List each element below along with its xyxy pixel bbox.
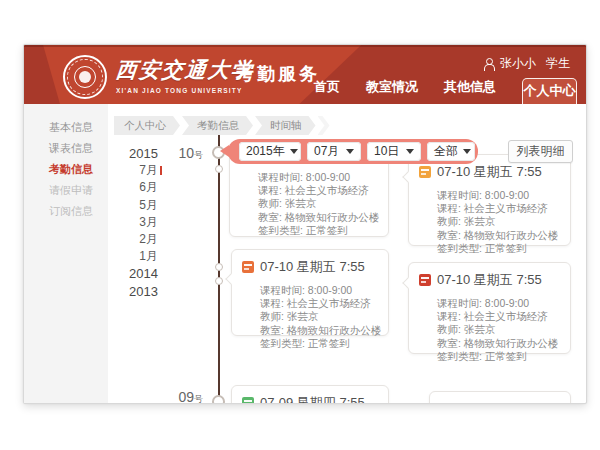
- caret-down-icon: [463, 149, 471, 154]
- university-name-en: XI'AN JIAO TONG UNIVERSITY: [116, 87, 254, 94]
- day-select[interactable]: 10日: [367, 142, 421, 161]
- breadcrumb-item-timeline[interactable]: 时间轴: [255, 116, 316, 135]
- attendance-type-icon: [419, 274, 431, 286]
- attendance-card: 07-10 星期五 7:55 课程时间: 8:00-9:00 课程: 社会主义市…: [408, 154, 571, 246]
- card-row: 课程时间: 8:00-9:00: [258, 171, 380, 184]
- card-row: 课程: 社会主义市场经济: [260, 297, 380, 310]
- breadcrumb-item-personal-center[interactable]: 个人中心: [114, 116, 180, 135]
- timeline-month-jun[interactable]: 6月: [108, 179, 158, 196]
- user-role: 学生: [546, 55, 570, 72]
- card-row: 签到类型: 正常签到: [258, 224, 380, 237]
- timeline-month-may[interactable]: 5月: [108, 197, 158, 214]
- card-row: 课程时间: 8:00-9:00: [437, 297, 562, 310]
- timeline-month-jan[interactable]: 1月: [108, 248, 158, 265]
- attendance-card: [429, 391, 571, 404]
- caret-down-icon: [346, 149, 354, 154]
- attendance-card: 07-09 星期四 7:55: [231, 385, 389, 404]
- timeline-node-small-1: [215, 165, 223, 173]
- card-row: 课程: 社会主义市场经济: [437, 310, 562, 323]
- breadcrumb-item-attendance-info[interactable]: 考勤信息: [182, 116, 253, 135]
- timeline-month-mar[interactable]: 3月: [108, 214, 158, 231]
- card-title: 07-10 星期五 7:55: [437, 271, 542, 289]
- sidebar-item-basic-info[interactable]: 基本信息: [24, 117, 108, 138]
- sidebar-item-subscription-info[interactable]: 订阅信息: [24, 201, 108, 222]
- day-marker-09: 09号: [163, 388, 203, 404]
- breadcrumb: 个人中心 考勤信息 时间轴: [114, 116, 332, 135]
- user-icon: [483, 58, 494, 70]
- card-row: 课程时间: 8:00-9:00: [260, 284, 380, 297]
- app-header: 西安交通大学 XI'AN JIAO TONG UNIVERSITY 考勤服务 张…: [24, 45, 586, 104]
- card-row: 签到类型: 正常签到: [437, 242, 562, 255]
- attendance-type-icon: [242, 261, 254, 273]
- sidebar: 基本信息 课表信息 考勤信息 请假申请 订阅信息: [24, 104, 108, 403]
- card-row: 签到类型: 正常签到: [437, 350, 562, 363]
- attendance-type-icon: [419, 166, 431, 178]
- user-info[interactable]: 张小小 学生: [483, 55, 570, 72]
- nav-tab-personal-center[interactable]: 个人中心: [522, 78, 577, 104]
- current-month-marker: [160, 166, 162, 175]
- attendance-type-icon: [242, 397, 254, 404]
- day-marker-10: 10号: [163, 144, 203, 162]
- card-row: 教师: 张芸京: [258, 197, 380, 210]
- timeline-year-2013[interactable]: 2013: [108, 283, 158, 300]
- sidebar-item-leave-request[interactable]: 请假申请: [24, 180, 108, 201]
- attendance-card: 07-10 星期五 7:55 课程时间: 8:00-9:00 课程: 社会主义市…: [408, 262, 571, 354]
- timeline-month-feb[interactable]: 2月: [108, 231, 158, 248]
- timeline-year-list: 2015 7月 6月 5月 3月 2月 1月 2014 2013: [108, 145, 158, 300]
- card-title: 07-10 星期五 7:55: [437, 163, 542, 181]
- timeline-node-small-2: [215, 263, 223, 271]
- card-row: 课程: 社会主义市场经济: [437, 202, 562, 215]
- card-row: 签到类型: 正常签到: [260, 337, 380, 350]
- card-row: 教室: 格物致知行政办公楼: [258, 211, 380, 224]
- card-row: 课程时间: 8:00-9:00: [437, 189, 562, 202]
- month-select[interactable]: 07月: [307, 142, 361, 161]
- university-name: 西安交通大学: [115, 56, 256, 84]
- breadcrumb-tail-chevron: [318, 116, 330, 135]
- nav-item-other-info[interactable]: 其他信息: [444, 78, 496, 104]
- card-row: 教室: 格物致知行政办公楼: [260, 324, 380, 337]
- sidebar-item-schedule-info[interactable]: 课表信息: [24, 138, 108, 159]
- nav-item-home[interactable]: 首页: [314, 78, 340, 104]
- card-row: 教师: 张芸京: [437, 323, 562, 336]
- timeline-year-2014[interactable]: 2014: [108, 265, 158, 282]
- card-row: 教室: 格物致知行政办公楼: [437, 229, 562, 242]
- app-title: 考勤服务: [236, 62, 320, 86]
- timeline-year-2015[interactable]: 2015: [108, 145, 158, 162]
- timeline-node-day09: [212, 395, 225, 404]
- card-row: 教师: 张芸京: [437, 215, 562, 228]
- year-select[interactable]: 2015年: [239, 142, 301, 161]
- main-nav: 首页 教室情况 其他信息 个人中心: [314, 78, 577, 104]
- card-title: 07-09 星期四 7:55: [260, 394, 365, 404]
- card-row: 教室: 格物致知行政办公楼: [437, 337, 562, 350]
- logo-emblem: [79, 71, 91, 83]
- user-name: 张小小: [500, 55, 536, 72]
- caret-down-icon: [290, 149, 298, 154]
- timeline-node-small-3: [215, 277, 223, 285]
- card-row: 教师: 张芸京: [260, 310, 380, 323]
- attendance-card: 07-10 星期五 7:55 课程时间: 8:00-9:00 课程: 社会主义市…: [231, 249, 389, 336]
- university-logo-icon: [63, 55, 107, 99]
- university-name-block: 西安交通大学 XI'AN JIAO TONG UNIVERSITY: [116, 56, 254, 94]
- card-title: 07-10 星期五 7:55: [260, 258, 365, 276]
- timeline-month-jul[interactable]: 7月: [108, 162, 158, 179]
- app-window: 西安交通大学 XI'AN JIAO TONG UNIVERSITY 考勤服务 张…: [23, 44, 587, 404]
- card-row: 课程: 社会主义市场经济: [258, 184, 380, 197]
- list-detail-button[interactable]: 列表明细: [508, 140, 573, 163]
- sidebar-item-attendance-info[interactable]: 考勤信息: [24, 159, 108, 180]
- filter-bar: 2015年 07月 10日 全部: [228, 139, 478, 164]
- type-select[interactable]: 全部: [427, 142, 475, 161]
- nav-item-classrooms[interactable]: 教室情况: [366, 78, 418, 104]
- caret-down-icon: [406, 149, 414, 154]
